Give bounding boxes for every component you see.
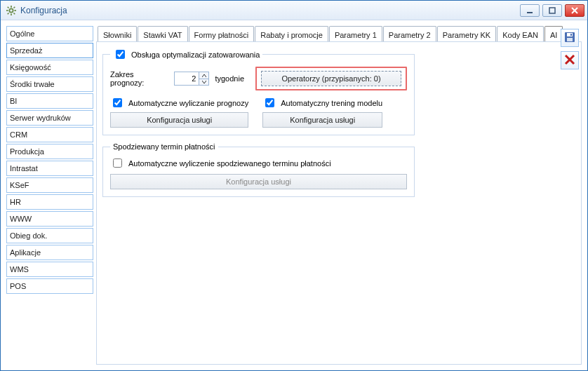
tab-stawki-vat[interactable]: Stawki VAT xyxy=(138,26,187,41)
svg-rect-16 xyxy=(570,34,572,36)
tab-label: Parametry 2 xyxy=(389,31,431,39)
tab-label: AI xyxy=(550,31,557,39)
sidebar-item-label: Ogólne xyxy=(10,29,34,38)
tab-label: Stawki VAT xyxy=(143,31,182,39)
sidebar-item-ksef[interactable]: KSeF xyxy=(6,177,93,193)
sidebar-item-intrastat[interactable]: Intrastat xyxy=(6,161,93,176)
config-window: Konfiguracja Ogólne Sprzedaż Księgowość … xyxy=(0,0,588,371)
sidebar-item-label: WMS xyxy=(10,265,29,274)
titlebar: Konfiguracja xyxy=(1,1,587,20)
sidebar-item-label: Intrastat xyxy=(10,164,38,173)
tab-parametry-2[interactable]: Parametry 2 xyxy=(383,26,436,41)
checkbox-wrapper: Automatyczne wyliczenie spodziewanego te… xyxy=(110,156,407,170)
checkbox-auto-wyliczanie-prognozy[interactable] xyxy=(113,98,122,107)
svg-line-7 xyxy=(14,6,15,8)
tab-label: Kody EAN xyxy=(502,31,538,39)
window-controls xyxy=(520,4,584,17)
tab-formy-platnosci[interactable]: Formy płatności xyxy=(189,26,255,41)
tab-label: Parametry 1 xyxy=(335,31,377,39)
close-button[interactable] xyxy=(565,4,584,17)
button-label: Operatorzy (przypisanych: 0) xyxy=(281,74,380,83)
sidebar-item-crm[interactable]: CRM xyxy=(6,127,93,142)
sidebar-item-sprzedaz[interactable]: Sprzedaż xyxy=(6,43,93,58)
sidebar-item-produkcja[interactable]: Produkcja xyxy=(6,144,93,159)
sidebar-item-aplikacje[interactable]: Aplikacje xyxy=(6,245,93,260)
svg-point-0 xyxy=(9,8,13,12)
checkbox-label: Automatyczne wyliczanie prognozy xyxy=(128,99,248,107)
chevron-down-icon[interactable] xyxy=(199,79,208,85)
konfiguracja-uslugi-button-2[interactable]: Konfiguracja usługi xyxy=(262,112,382,128)
checkbox-wrapper: Automatyczne wyliczanie prognozy xyxy=(110,96,248,109)
label-zakres-prognozy: Zakres prognozy: xyxy=(110,70,168,87)
tab-label: Parametry KK xyxy=(443,31,490,39)
sidebar-item-label: Aplikacje xyxy=(10,248,41,257)
label-tygodnie: tygodnie xyxy=(215,74,244,83)
sidebar-item-label: WWW xyxy=(10,215,32,223)
sidebar-item-label: CRM xyxy=(10,130,27,139)
sidebar-item-label: POS xyxy=(10,282,26,290)
sidebar-item-label: Księgowość xyxy=(10,63,51,72)
minimize-button[interactable] xyxy=(520,4,540,17)
sidebar-item-hr[interactable]: HR xyxy=(6,194,93,210)
svg-line-6 xyxy=(14,13,15,14)
gear-icon xyxy=(6,6,16,15)
spinner-input[interactable] xyxy=(175,72,199,85)
svg-line-8 xyxy=(8,13,9,14)
content-area: Ogólne Sprzedaż Księgowość Środki trwałe… xyxy=(1,20,587,370)
sidebar-item-label: Obieg dok. xyxy=(10,231,47,240)
sidebar-item-label: HR xyxy=(10,198,21,206)
group-optymalizacja: Obsługa optymalizacji zatowarowania Zakr… xyxy=(102,48,415,135)
group-legend: Spodziewany termin płatności xyxy=(113,142,215,151)
tab-bar: Słowniki Stawki VAT Formy płatności Raba… xyxy=(98,26,582,41)
group-legend: Obsługa optymalizacji zatowarowania xyxy=(131,50,260,59)
sidebar-item-pos[interactable]: POS xyxy=(6,278,93,294)
tab-panel: Obsługa optymalizacji zatowarowania Zakr… xyxy=(96,41,582,365)
svg-rect-15 xyxy=(567,38,573,41)
tab-kody-ean[interactable]: Kody EAN xyxy=(497,26,544,41)
checkbox-wrapper: Automatyczny trening modelu xyxy=(262,96,382,109)
floppy-icon xyxy=(563,31,576,45)
konfiguracja-uslugi-button-1[interactable]: Konfiguracja usługi xyxy=(110,112,248,128)
sidebar-item-bi[interactable]: BI xyxy=(6,93,93,109)
sidebar-item-serwer-wydrukow[interactable]: Serwer wydruków xyxy=(6,110,93,126)
checkbox-auto-trening-modelu[interactable] xyxy=(265,98,274,107)
sidebar-item-ogolne[interactable]: Ogólne xyxy=(6,26,93,41)
save-button[interactable] xyxy=(561,29,579,47)
sidebar-item-obieg-dok[interactable]: Obieg dok. xyxy=(6,228,93,243)
operatorzy-button[interactable]: Operatorzy (przypisanych: 0) xyxy=(261,71,401,86)
button-label: Konfiguracja usługi xyxy=(147,116,212,124)
highlight-frame: Operatorzy (przypisanych: 0) xyxy=(255,67,407,90)
spinner-zakres-prognozy[interactable] xyxy=(174,72,209,86)
sidebar-item-label: Sprzedaż xyxy=(10,46,42,55)
sidebar-item-www[interactable]: WWW xyxy=(6,211,93,227)
sidebar-item-srodki-trwale[interactable]: Środki trwałe xyxy=(6,76,93,92)
tab-label: Formy płatności xyxy=(194,31,249,39)
group-spodziewany-termin: Spodziewany termin płatności Automatyczn… xyxy=(102,142,415,197)
sidebar-item-label: KSeF xyxy=(10,181,29,189)
window-title: Konfiguracja xyxy=(20,6,67,15)
main-panel: Słowniki Stawki VAT Formy płatności Raba… xyxy=(96,26,582,365)
sidebar-item-ksiegowosc[interactable]: Księgowość xyxy=(6,60,93,75)
right-toolbar xyxy=(561,29,579,69)
chevron-up-icon[interactable] xyxy=(199,72,208,79)
tab-label: Rabaty i promocje xyxy=(260,31,323,39)
checkbox-auto-wyliczenie-terminu[interactable] xyxy=(113,158,122,168)
sidebar-item-label: Serwer wydruków xyxy=(10,114,71,122)
cancel-button[interactable] xyxy=(561,51,579,69)
tab-rabaty-promocje[interactable]: Rabaty i promocje xyxy=(255,26,328,41)
sidebar-item-label: Produkcja xyxy=(10,147,44,156)
sidebar-item-wms[interactable]: WMS xyxy=(6,262,93,277)
sidebar: Ogólne Sprzedaż Księgowość Środki trwałe… xyxy=(6,26,93,365)
tab-parametry-1[interactable]: Parametry 1 xyxy=(329,26,382,41)
maximize-button[interactable] xyxy=(542,4,562,17)
tab-label: Słowniki xyxy=(103,31,131,39)
button-label: Konfiguracja usługi xyxy=(226,177,291,186)
sidebar-item-label: Środki trwałe xyxy=(10,80,55,88)
tab-parametry-kk[interactable]: Parametry KK xyxy=(437,26,496,41)
checkbox-label: Automatyczne wyliczenie spodziewanego te… xyxy=(128,159,331,168)
konfiguracja-uslugi-button-3[interactable]: Konfiguracja usługi xyxy=(110,174,407,189)
close-icon xyxy=(564,54,575,67)
tab-slowniki[interactable]: Słowniki xyxy=(98,26,137,41)
checkbox-obsluga-optymalizacji[interactable] xyxy=(116,50,125,59)
svg-line-5 xyxy=(8,6,9,8)
